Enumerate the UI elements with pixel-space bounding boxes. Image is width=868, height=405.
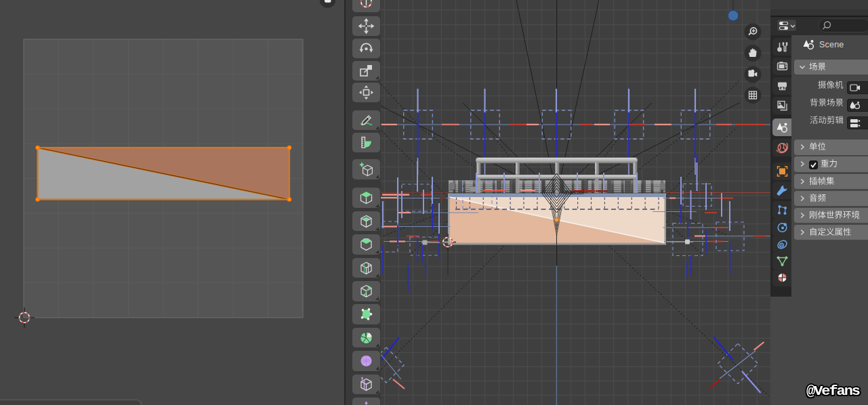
svg-text:massel: massel [564, 189, 584, 196]
